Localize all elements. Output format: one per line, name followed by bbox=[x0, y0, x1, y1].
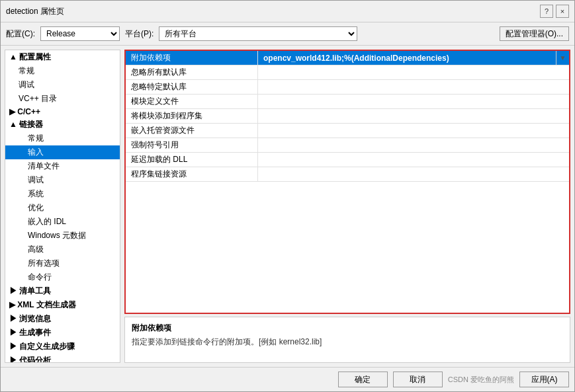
prop-value-2 bbox=[258, 80, 569, 94]
table-row[interactable]: 强制符号引用 bbox=[126, 138, 569, 153]
sidebar-item-9[interactable]: 调试 bbox=[5, 173, 120, 187]
sidebar-item-13[interactable]: Windows 元数据 bbox=[5, 229, 120, 243]
prop-value-8 bbox=[258, 167, 569, 181]
help-button[interactable]: ? bbox=[540, 5, 553, 18]
sidebar-item-0[interactable]: ▲ 配置属性 bbox=[5, 50, 120, 64]
sidebar-item-11[interactable]: 优化 bbox=[5, 201, 120, 215]
sidebar-item-3[interactable]: VC++ 目录 bbox=[5, 92, 120, 106]
table-row[interactable]: 模块定义文件 bbox=[126, 95, 569, 109]
sidebar-item-8[interactable]: 清单文件 bbox=[5, 159, 120, 173]
sidebar-item-12[interactable]: 嵌入的 IDL bbox=[5, 215, 120, 229]
toolbar: 配置(C): Release 平台(P): 所有平台 配置管理器(O)... bbox=[1, 22, 574, 46]
property-table: 附加依赖项opencv_world412.lib;%(AdditionalDep… bbox=[124, 50, 570, 314]
table-row[interactable]: 忽略所有默认库 bbox=[126, 65, 569, 80]
prop-name-5: 嵌入托管资源文件 bbox=[126, 124, 258, 137]
platform-label: 平台(P): bbox=[125, 28, 154, 40]
prop-name-8: 程序集链接资源 bbox=[126, 167, 258, 181]
sidebar-item-7[interactable]: 输入 bbox=[5, 145, 120, 159]
sidebar-item-19[interactable]: ▶ 浏览信息 bbox=[5, 312, 120, 326]
prop-value-0: opencv_world412.lib;%(AdditionalDependen… bbox=[258, 51, 556, 65]
description-area: 附加依赖项 指定要添加到链接命令行的附加项。[例如 kernel32.lib] bbox=[124, 317, 570, 363]
sidebar-item-20[interactable]: ▶ 生成事件 bbox=[5, 326, 120, 340]
config-select[interactable]: Release bbox=[40, 26, 120, 41]
sidebar-item-5[interactable]: ▲ 链接器 bbox=[5, 118, 120, 132]
prop-name-3: 模块定义文件 bbox=[126, 95, 258, 108]
prop-value-5 bbox=[258, 124, 569, 137]
prop-value-7 bbox=[258, 153, 569, 167]
cancel-button[interactable]: 取消 bbox=[393, 372, 443, 387]
watermark: CSDN 爱吃鱼的阿熊 bbox=[448, 375, 514, 385]
prop-name-7: 延迟加载的 DLL bbox=[126, 153, 258, 167]
sidebar-item-4[interactable]: ▶ C/C++ bbox=[5, 106, 120, 118]
config-manager-button[interactable]: 配置管理器(O)... bbox=[500, 26, 569, 41]
table-row[interactable]: 将模块添加到程序集 bbox=[126, 109, 569, 124]
table-row[interactable]: 附加依赖项opencv_world412.lib;%(AdditionalDep… bbox=[126, 51, 569, 65]
sidebar-item-15[interactable]: 所有选项 bbox=[5, 256, 120, 270]
config-label: 配置(C): bbox=[6, 28, 35, 40]
sidebar-item-22[interactable]: ▶ 代码分析 bbox=[5, 354, 120, 363]
prop-name-2: 忽略特定默认库 bbox=[126, 80, 258, 94]
prop-name-6: 强制符号引用 bbox=[126, 138, 258, 152]
prop-name-4: 将模块添加到程序集 bbox=[126, 109, 258, 123]
bottom-buttons: 确定 取消 CSDN 爱吃鱼的阿熊 应用(A) bbox=[1, 367, 574, 391]
prop-name-0: 附加依赖项 bbox=[126, 51, 258, 65]
sidebar-item-1[interactable]: 常规 bbox=[5, 64, 120, 78]
main-dialog: detection 属性页 ? × 配置(C): Release 平台(P): … bbox=[0, 0, 575, 392]
sidebar-item-16[interactable]: 命令行 bbox=[5, 270, 120, 284]
sidebar-item-21[interactable]: ▶ 自定义生成步骤 bbox=[5, 340, 120, 354]
sidebar-item-2[interactable]: 调试 bbox=[5, 78, 120, 92]
table-row[interactable]: 程序集链接资源 bbox=[126, 167, 569, 182]
description-title: 附加依赖项 bbox=[132, 323, 563, 334]
sidebar-item-6[interactable]: 常规 bbox=[5, 132, 120, 145]
sidebar-item-10[interactable]: 系统 bbox=[5, 187, 120, 201]
prop-value-4 bbox=[258, 109, 569, 123]
content-area: 附加依赖项opencv_world412.lib;%(AdditionalDep… bbox=[124, 50, 570, 363]
main-area: ▲ 配置属性常规调试VC++ 目录▶ C/C++▲ 链接器常规输入清单文件调试系… bbox=[1, 46, 574, 367]
sidebar-item-17[interactable]: ▶ 清单工具 bbox=[5, 284, 120, 298]
ok-button[interactable]: 确定 bbox=[338, 372, 388, 387]
title-bar: detection 属性页 ? × bbox=[1, 1, 574, 22]
prop-dropdown-0[interactable]: ▼ bbox=[556, 51, 569, 65]
apply-button[interactable]: 应用(A) bbox=[519, 372, 569, 387]
sidebar-item-14[interactable]: 高级 bbox=[5, 243, 120, 256]
dialog-title: detection 属性页 bbox=[6, 6, 64, 17]
table-row[interactable]: 嵌入托管资源文件 bbox=[126, 124, 569, 138]
table-row[interactable]: 忽略特定默认库 bbox=[126, 80, 569, 95]
prop-value-6 bbox=[258, 138, 569, 152]
table-row[interactable]: 延迟加载的 DLL bbox=[126, 153, 569, 167]
description-text: 指定要添加到链接命令行的附加项。[例如 kernel32.lib] bbox=[132, 336, 563, 348]
sidebar-item-18[interactable]: ▶ XML 文档生成器 bbox=[5, 298, 120, 312]
title-buttons: ? × bbox=[540, 5, 569, 18]
platform-select[interactable]: 所有平台 bbox=[159, 26, 357, 41]
prop-value-1 bbox=[258, 65, 569, 79]
sidebar: ▲ 配置属性常规调试VC++ 目录▶ C/C++▲ 链接器常规输入清单文件调试系… bbox=[5, 50, 120, 363]
prop-value-3 bbox=[258, 95, 569, 108]
close-button[interactable]: × bbox=[556, 5, 569, 18]
prop-name-1: 忽略所有默认库 bbox=[126, 65, 258, 79]
